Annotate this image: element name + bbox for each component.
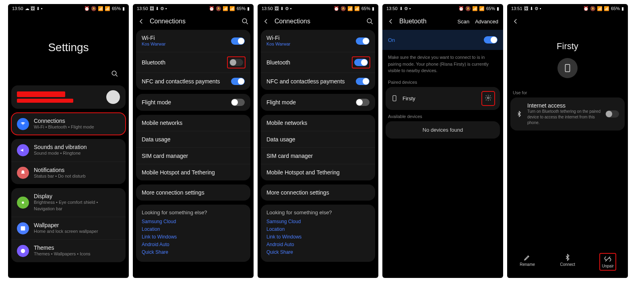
scan-button[interactable]: Scan bbox=[458, 19, 470, 25]
phone-5: 13:51🖼 ⬇ ⚙ • ⏰ 🔕 📶 📶65%▮ Firsty Use for … bbox=[507, 4, 628, 278]
more-row[interactable]: More connection settings bbox=[261, 184, 375, 201]
nfc-row[interactable]: NFC and contactless payments bbox=[261, 73, 375, 90]
list-item[interactable]: Mobile networks bbox=[136, 115, 250, 131]
notifications-row[interactable]: NotificationsStatus bar • Do not disturb bbox=[11, 162, 126, 184]
list-item[interactable]: Data usage bbox=[261, 131, 375, 148]
bluetooth-row[interactable]: Bluetooth bbox=[261, 52, 375, 73]
list-item[interactable]: Mobile networks bbox=[261, 115, 375, 131]
link[interactable]: Link to Windows bbox=[266, 234, 369, 240]
statusbar: 13:50☁ 🖼 ⬇ • ⏰ 🔕 📶 📶65%▮ bbox=[8, 4, 129, 13]
page-title: Connections bbox=[150, 18, 186, 25]
unpair-button-highlighted[interactable]: Unpair bbox=[600, 254, 615, 270]
flight-row[interactable]: Flight mode bbox=[136, 94, 250, 111]
wifi-toggle[interactable] bbox=[231, 37, 245, 45]
connections-row-highlighted[interactable]: Connections Wi-Fi • Bluetooth • Flight m… bbox=[11, 113, 126, 135]
avatar bbox=[106, 90, 120, 104]
phone-3: 13:50🖼 ⬇ ⚙ • ⏰ 🔕 📶 📶65%▮ Connections Wi-… bbox=[258, 4, 378, 278]
nfc-toggle[interactable] bbox=[231, 78, 245, 85]
wallpaper-row[interactable]: WallpaperHome and lock screen wallpaper bbox=[11, 217, 126, 240]
internet-access-toggle[interactable] bbox=[605, 110, 619, 118]
battery: 65% bbox=[112, 6, 121, 11]
back-icon[interactable] bbox=[262, 18, 270, 25]
link[interactable]: Location bbox=[266, 226, 369, 232]
svg-point-7 bbox=[487, 97, 489, 99]
phone-icon bbox=[391, 94, 398, 102]
list-item[interactable]: Mobile Hotspot and Tethering bbox=[136, 164, 250, 180]
bluetooth-toggle[interactable] bbox=[354, 59, 368, 66]
list-item[interactable]: Data usage bbox=[136, 131, 250, 148]
bell-icon bbox=[17, 167, 29, 179]
no-devices-found: No devices found bbox=[386, 121, 500, 139]
phone-4: 13:50⬇ ⚙ • ⏰ 🔕 📶 📶65%▮ Bluetooth Scan Ad… bbox=[382, 4, 503, 278]
list-item[interactable]: SIM card manager bbox=[136, 148, 250, 164]
link[interactable]: Samsung Cloud bbox=[142, 219, 245, 224]
phone-1: 13:50☁ 🖼 ⬇ • ⏰ 🔕 📶 📶65%▮ Settings Connec… bbox=[8, 4, 129, 278]
link[interactable]: Quick Share bbox=[266, 249, 369, 255]
profile-row[interactable] bbox=[11, 85, 126, 109]
bluetooth-row[interactable]: Bluetooth bbox=[136, 52, 250, 73]
svg-point-5 bbox=[367, 19, 372, 23]
phone-2: 13:50🖼 ⬇ ⚙ • ⏰ 🔕 📶 📶65%▮ Connections Wi-… bbox=[133, 4, 254, 278]
device-settings-highlighted bbox=[482, 92, 494, 105]
gear-icon[interactable] bbox=[485, 94, 492, 102]
bluetooth-master-toggle[interactable] bbox=[484, 36, 497, 44]
clock: 13:50 bbox=[12, 6, 23, 11]
back-icon[interactable] bbox=[512, 18, 519, 25]
flight-toggle[interactable] bbox=[231, 99, 245, 106]
profile-email-redacted bbox=[17, 99, 73, 103]
list-item[interactable]: Mobile Hotspot and Tethering bbox=[261, 164, 375, 180]
search-icon[interactable] bbox=[242, 18, 249, 25]
flight-row[interactable]: Flight mode bbox=[261, 94, 375, 111]
sun-icon bbox=[17, 197, 29, 209]
statusbar: 13:50🖼 ⬇ ⚙ • ⏰ 🔕 📶 📶65%▮ bbox=[258, 4, 378, 13]
rename-button[interactable]: Rename bbox=[520, 254, 535, 270]
back-icon[interactable] bbox=[138, 18, 145, 25]
use-for-header: Use for bbox=[507, 78, 628, 97]
wifi-row[interactable]: Wi-FiKos Warwar bbox=[261, 30, 375, 52]
internet-access-row[interactable]: Internet access Turn on Bluetooth tether… bbox=[510, 97, 625, 131]
advanced-button[interactable]: Advanced bbox=[475, 19, 498, 25]
search-icon[interactable] bbox=[366, 18, 374, 25]
wifi-toggle[interactable] bbox=[356, 37, 369, 45]
svg-rect-2 bbox=[21, 226, 25, 230]
svg-rect-8 bbox=[566, 64, 570, 72]
themes-row[interactable]: ThemesThemes • Wallpapers • Icons bbox=[11, 240, 126, 262]
palette-icon bbox=[17, 245, 29, 257]
search-icon[interactable] bbox=[111, 70, 118, 77]
more-row[interactable]: More connection settings bbox=[136, 184, 250, 201]
device-title: Firsty bbox=[507, 30, 628, 54]
nfc-row[interactable]: NFC and contactless payments bbox=[136, 73, 250, 90]
link[interactable]: Samsung Cloud bbox=[266, 219, 369, 224]
image-icon bbox=[17, 222, 29, 234]
sounds-row[interactable]: Sounds and vibrationSound mode • Rington… bbox=[11, 139, 126, 162]
row-sub: Wi-Fi • Bluetooth • Flight mode bbox=[34, 124, 120, 130]
link[interactable]: Android Auto bbox=[266, 242, 369, 247]
page-title: Bluetooth bbox=[399, 18, 427, 25]
paired-device-row[interactable]: Firsty bbox=[386, 87, 500, 110]
link[interactable]: Android Auto bbox=[142, 242, 245, 247]
svg-point-4 bbox=[242, 19, 247, 23]
bluetooth-toggle[interactable] bbox=[229, 59, 243, 66]
svg-point-1 bbox=[22, 201, 24, 203]
statusbar: 13:50⬇ ⚙ • ⏰ 🔕 📶 📶65%▮ bbox=[382, 4, 503, 13]
wifi-row[interactable]: Wi-FiKos Warwar bbox=[136, 30, 250, 52]
list-item[interactable]: SIM card manager bbox=[261, 148, 375, 164]
nfc-toggle[interactable] bbox=[356, 78, 369, 85]
page-title: Connections bbox=[275, 18, 310, 25]
link[interactable]: Link to Windows bbox=[142, 234, 245, 240]
device-type-icon bbox=[557, 58, 578, 78]
flight-toggle[interactable] bbox=[356, 99, 369, 106]
link[interactable]: Location bbox=[142, 226, 245, 232]
bottom-actions: Rename Connect Unpair bbox=[507, 250, 628, 278]
svg-point-3 bbox=[21, 249, 25, 253]
display-row[interactable]: DisplayBrightness • Eye comfort shield •… bbox=[11, 188, 126, 217]
link[interactable]: Quick Share bbox=[142, 249, 245, 255]
paired-header: Paired devices bbox=[382, 78, 503, 87]
statusbar: 13:50🖼 ⬇ ⚙ • ⏰ 🔕 📶 📶65%▮ bbox=[133, 4, 254, 13]
connect-button[interactable]: Connect bbox=[560, 254, 575, 270]
back-icon[interactable] bbox=[387, 18, 394, 25]
bluetooth-help-text: Make sure the device you want to connect… bbox=[382, 50, 503, 78]
bluetooth-on-row[interactable]: On bbox=[382, 30, 503, 50]
svg-point-0 bbox=[112, 71, 116, 75]
available-header: Available devices bbox=[382, 112, 503, 121]
